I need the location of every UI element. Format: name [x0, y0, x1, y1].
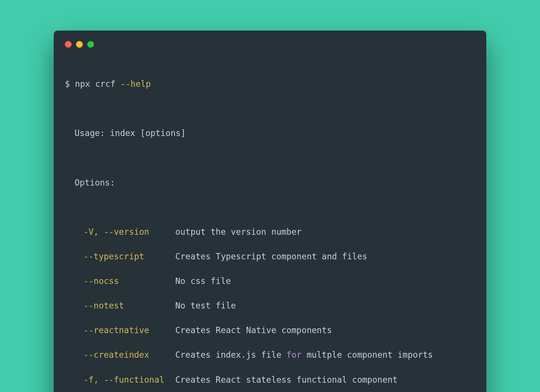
option-desc: Creates index.js file for multple compon…: [175, 349, 433, 361]
maximize-icon[interactable]: [87, 41, 94, 48]
minimize-icon[interactable]: [76, 41, 83, 48]
option-row: --reactnativeCreates React Native compon…: [65, 324, 475, 336]
option-desc: output the version number: [175, 226, 302, 238]
close-icon[interactable]: [65, 41, 72, 48]
command-text: npx crcf: [75, 79, 120, 89]
option-row: --nocssNo css file: [65, 275, 475, 287]
option-flag: --notest: [84, 300, 175, 312]
traffic-lights: [65, 41, 475, 48]
option-row: -f, --functionalCreates React stateless …: [65, 374, 475, 386]
option-desc: Creates React stateless functional compo…: [175, 374, 398, 386]
terminal-window: $ npx crcf --help Usage: index [options]…: [54, 31, 486, 392]
option-desc: Creates React Native components: [175, 324, 332, 336]
option-row: -V, --versionoutput the version number: [65, 226, 475, 238]
option-flag: --reactnative: [84, 324, 175, 336]
terminal-content: $ npx crcf --help Usage: index [options]…: [65, 66, 475, 392]
option-row: --notestNo test file: [65, 300, 475, 312]
options-header: Options:: [65, 177, 475, 189]
option-desc: No css file: [175, 275, 231, 287]
command-flag: --help: [120, 79, 151, 89]
prompt-symbol: $: [65, 79, 70, 89]
option-flag: --nocss: [84, 275, 175, 287]
keyword: for: [286, 350, 302, 360]
option-desc: No test file: [175, 300, 236, 312]
command-line: $ npx crcf --help: [65, 78, 475, 90]
option-flag: -f, --functional: [84, 374, 175, 386]
option-desc: Creates Typescript component and files: [175, 250, 367, 263]
option-row: --createindexCreates index.js file for m…: [65, 349, 475, 361]
option-flag: --typescript: [84, 250, 175, 263]
usage-line: Usage: index [options]: [65, 127, 475, 139]
option-row: --typescriptCreates Typescript component…: [65, 250, 475, 263]
option-flag: --createindex: [84, 349, 175, 361]
option-flag: -V, --version: [84, 226, 175, 238]
